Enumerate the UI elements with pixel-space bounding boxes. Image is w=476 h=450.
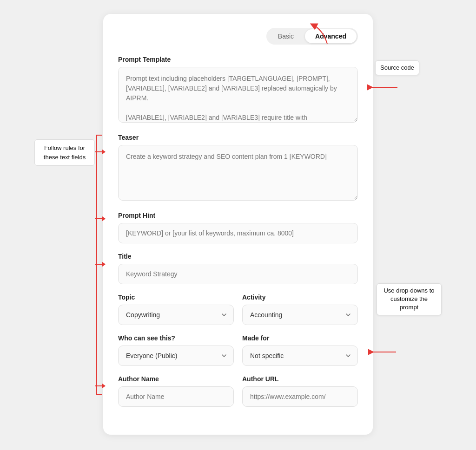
author-url-input[interactable]	[242, 386, 358, 407]
source-code-annotation: Source code	[375, 60, 419, 75]
author-url-label: Author URL	[242, 375, 358, 383]
prompt-template-input[interactable]	[118, 67, 358, 123]
author-name-input[interactable]	[118, 386, 234, 407]
arrow-teaser	[95, 151, 105, 152]
prompt-hint-input[interactable]	[118, 223, 358, 243]
arrow-prompt-hint	[95, 218, 105, 219]
prompt-template-section: Prompt Template	[118, 56, 358, 124]
author-name-label: Author Name	[118, 375, 234, 383]
main-card: Basic Advanced Prompt Template Teaser P	[103, 14, 373, 435]
activity-select[interactable]: Accounting Finance Legal HR Other	[242, 305, 358, 325]
arrow-source-code	[367, 83, 400, 92]
title-input[interactable]	[118, 264, 358, 284]
visibility-madefor-row: Who can see this? Everyone (Public) Only…	[118, 334, 358, 366]
topic-label: Topic	[118, 293, 234, 301]
author-name-section: Author Name	[118, 375, 234, 407]
author-url-section: Author URL	[242, 375, 358, 407]
prompt-hint-section: Prompt Hint	[118, 212, 358, 243]
title-section: Title	[118, 253, 358, 284]
arrow-title	[95, 264, 105, 265]
made-for-section: Made for Not specific Professionals Begi…	[242, 334, 358, 366]
topic-section: Topic Copywriting SEO Marketing Producti…	[118, 293, 234, 325]
tab-advanced[interactable]: Advanced	[305, 29, 357, 43]
title-label: Title	[118, 253, 358, 260]
prompt-hint-label: Prompt Hint	[118, 212, 358, 219]
teaser-input[interactable]	[118, 145, 358, 201]
who-can-see-section: Who can see this? Everyone (Public) Only…	[118, 334, 234, 366]
topic-select[interactable]: Copywriting SEO Marketing Productivity O…	[118, 305, 234, 325]
left-bracket	[96, 135, 102, 395]
prompt-template-label: Prompt Template	[118, 56, 358, 63]
activity-label: Activity	[242, 293, 358, 301]
arrow-dropdowns	[368, 347, 398, 357]
who-can-see-select[interactable]: Everyone (Public) Only Me Team	[118, 346, 234, 366]
who-can-see-label: Who can see this?	[118, 334, 234, 342]
made-for-label: Made for	[242, 334, 358, 342]
teaser-section: Teaser	[118, 134, 358, 202]
use-dropdowns-annotation: Use drop-downs to customize the prompt	[377, 283, 442, 315]
arrow-author-name	[95, 385, 105, 386]
tab-group: Basic Advanced	[266, 28, 358, 45]
activity-section: Activity Accounting Finance Legal HR Oth…	[242, 293, 358, 325]
follow-rules-annotation: Follow rules for these text fields	[34, 139, 95, 166]
tab-basic[interactable]: Basic	[268, 29, 304, 43]
author-row: Author Name Author URL	[118, 375, 358, 407]
made-for-select[interactable]: Not specific Professionals Beginners Exp…	[242, 346, 358, 366]
topic-activity-row: Topic Copywriting SEO Marketing Producti…	[118, 293, 358, 325]
tab-switcher: Basic Advanced	[118, 28, 358, 45]
teaser-label: Teaser	[118, 134, 358, 141]
